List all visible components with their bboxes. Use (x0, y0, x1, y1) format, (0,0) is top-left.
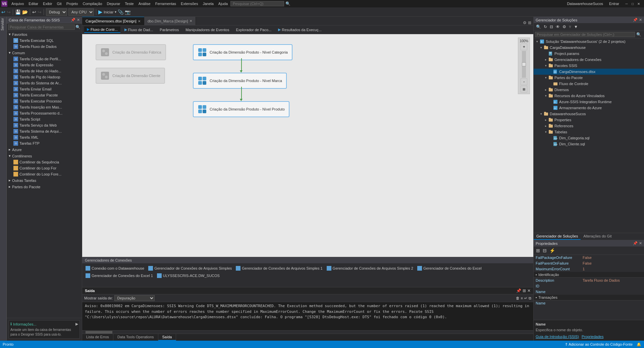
zoom-out-btn[interactable]: - (521, 78, 527, 85)
toolbox-item-enviar-email[interactable]: ⚙ Tarefa Enviar Email (7, 86, 82, 92)
output-toggle-btn[interactable]: ≡ (521, 296, 523, 300)
servidor-tab[interactable]: Servidor (0, 17, 6, 32)
toolbox-section-azure-header[interactable]: ▸ Azure (7, 146, 82, 153)
sol-proj-carga[interactable]: ▾ CargaDatawarehouse (534, 45, 644, 51)
toolbar-save-btn[interactable]: 💾 (15, 9, 21, 15)
toolbox-item-processamento[interactable]: ⚙ Tarefa Processamento d... (7, 110, 82, 116)
toolbar-camera-btn[interactable]: 📷 (125, 9, 130, 15)
sol-item-fluxo-controle[interactable]: ▸ Fluxo de Controle (534, 81, 644, 87)
close-btn[interactable]: ✕ (636, 1, 641, 6)
sol-tb-filter-btn[interactable]: ▼ (573, 24, 579, 30)
output-pin-btn[interactable]: 📌 (516, 288, 521, 293)
sol-bottom-tab-git[interactable]: Alterações do Git (581, 233, 614, 240)
menu-ferramentas[interactable]: Ferramentas (153, 1, 178, 6)
conn-item-datawarehouse[interactable]: Conexão com o Datawarehouse (84, 265, 146, 271)
designer-canvas[interactable]: Criação da Dimensão Fábrica Criação da D… (82, 34, 533, 257)
tab-marca-close[interactable]: ✕ (190, 19, 192, 23)
toolbox-item-hive[interactable]: ⚙ Tarefa de Hive do Hado... (7, 68, 82, 74)
props-group-trans[interactable]: ▪ Transações (534, 295, 644, 300)
toolbox-item-executar-sql[interactable]: ⚙ Tarefa Executar SQL (7, 38, 82, 44)
toolbox-section-favoritos-header[interactable]: ▾ Favoritos (7, 31, 82, 38)
sol-item-azure-ssis[interactable]: ▸ IR Azure-SSIS Integration Runtime (534, 99, 644, 105)
toolbar-open-btn[interactable]: 📂 (22, 9, 28, 15)
tab-settings-btn[interactable]: ⚙ (523, 20, 527, 25)
toolbox-item-sistema-arqui[interactable]: ⚙ Tarefa Sistema de Arqui... (7, 128, 82, 134)
output-copy-btn[interactable]: ⧉ (529, 296, 531, 300)
props-sort-btn[interactable]: ⊟ (542, 247, 548, 254)
conn-item-ulysses[interactable]: ULYSSESCRIS-ACE.DW_SUCOS (156, 273, 221, 279)
toolbar-undo-btn[interactable]: ↩ (32, 9, 36, 15)
menu-git[interactable]: Git (55, 1, 64, 6)
sol-item-dimcli[interactable]: ▸ SQL Dim_Cliente.sql (534, 141, 644, 147)
toolbox-item-pig[interactable]: ⚙ Tarefa de Pig do Hadoop (7, 74, 82, 80)
output-tab-datatools[interactable]: Data Tools Operations (113, 334, 158, 341)
toolbox-item-servico-web[interactable]: ⚙ Tarefa Serviço da Web (7, 122, 82, 128)
sol-tb-git-btn[interactable]: ⑂ (568, 24, 572, 30)
toolbox-item-criacao-perfil[interactable]: ⚙ Tarefa Criação de Perfil... (7, 56, 82, 62)
menu-teste[interactable]: Teste (123, 1, 136, 6)
output-close-btn[interactable]: ✕ (527, 288, 531, 293)
conn-item-arq-simples[interactable]: Gerenciador de Conexões de Arquivos Simp… (147, 265, 233, 271)
props-group-id[interactable]: ▪ Identificação (534, 272, 644, 278)
output-word-wrap-btn[interactable]: ↵ (524, 296, 527, 300)
sol-proj-dws[interactable]: ▾ DatawarehouseSucos (534, 111, 644, 117)
output-scroll-thumb[interactable] (86, 331, 112, 334)
conn-item-arq-simples1[interactable]: Gerenciador de Conexões de Arquivos Simp… (234, 265, 324, 271)
info-expand-btn[interactable]: ▶ (75, 322, 78, 326)
flow-node-cliente[interactable]: Criação da Dimensão Cliente (96, 68, 165, 84)
toolbar-attach-btn[interactable]: 📎 (118, 9, 123, 15)
sol-close-btn[interactable]: ✕ (639, 18, 642, 22)
output-clear-btn[interactable]: 🗑 (516, 296, 520, 300)
menu-ajuda[interactable]: Ajuda (216, 1, 230, 6)
menu-compilacao[interactable]: Compilação (80, 1, 104, 6)
designer-tab-controle[interactable]: ▶ Fluxo de Contr... (84, 26, 120, 33)
toolbox-close-btn[interactable]: ✕ (77, 18, 80, 22)
menu-extensoes[interactable]: Extensões (179, 1, 200, 6)
toolbox-item-fluxo-dados[interactable]: ⚙ Tarefa Fluxo de Dados (7, 44, 82, 50)
designer-tab-eventos[interactable]: Manipuladores de Eventos (183, 27, 232, 32)
toolbox-item-loop-for[interactable]: □ Contêiner do Loop For (7, 165, 82, 171)
sol-item-cargadim[interactable]: ▸ DX CargaDimensoes.dtsx (534, 69, 644, 75)
toolbox-item-sistema-ar[interactable]: ⚙ Tarefa do Sistema de Ar... (7, 80, 82, 86)
sol-search-input[interactable] (535, 32, 635, 37)
flow-node-marca[interactable]: Criação da Dimensão Produto - Nível Marc… (193, 73, 287, 89)
sol-item-dimcat[interactable]: ▸ SQL Dim_Categoria.sql (534, 135, 644, 141)
toolbox-pin-btn[interactable]: 📌 (71, 18, 75, 22)
output-tab-saida[interactable]: Saída (158, 334, 176, 341)
toolbox-section-conteineres-header[interactable]: ▾ Contêineres (7, 153, 82, 159)
menu-editar[interactable]: Editar (26, 1, 40, 6)
props-events-btn[interactable]: ⚡ (548, 247, 556, 254)
toolbox-item-script[interactable]: ⚙ Tarefa Script (7, 116, 82, 122)
output-expand-btn[interactable]: ⊞ (523, 288, 526, 293)
output-source-select[interactable]: Depuração (114, 295, 155, 301)
props-categorize-btn[interactable]: ⊞ (535, 247, 541, 254)
tab-carga-dimensoes[interactable]: CargaDimensoes.dtsx [Design] ✕ (82, 17, 144, 25)
tab-dbo-marca[interactable]: dbo.Dim_Marca [Design] ✕ (144, 17, 196, 25)
sol-tb-refresh-btn[interactable]: ↻ (543, 24, 548, 30)
sol-bottom-tab-gerenciador[interactable]: Gerenciador de Soluções (534, 233, 581, 240)
minimize-btn[interactable]: ─ (624, 1, 629, 6)
flow-node-fabrica[interactable]: Criação da Dimensão Fábrica (96, 44, 166, 60)
tab-panel-btn[interactable]: ⊞ (528, 20, 531, 25)
zoom-thumb[interactable] (522, 62, 526, 66)
menu-exibir[interactable]: Exibir (41, 1, 54, 6)
toolbox-item-executar-processo[interactable]: ⚙ Tarefa Executar Processo (7, 98, 82, 104)
sol-item-properties[interactable]: ▸ Properties (534, 117, 644, 123)
toolbox-item-xml[interactable]: ⚙ Tarefa XML (7, 134, 82, 140)
conn-item-excel[interactable]: Gerenciador de Conexões do Excel (416, 265, 483, 271)
user-signin[interactable]: Entrar (606, 2, 622, 6)
toolbox-section-comum-header[interactable]: ▾ Comum (7, 50, 82, 56)
sol-item-partes[interactable]: ▾ Partes do Pacote (534, 75, 644, 81)
conn-item-arq-simples2[interactable]: Gerenciador de Conexões de Arquivos Simp… (325, 265, 415, 271)
toolbox-item-insercao-mas[interactable]: ⚙ Tarefa Inserção em Mas... (7, 104, 82, 110)
sol-item-references[interactable]: ▸ References (534, 123, 644, 129)
props-close-btn[interactable]: ✕ (639, 241, 642, 246)
designer-tab-parametros[interactable]: Parâmetros (157, 27, 181, 32)
sol-pin-btn[interactable]: 📌 (633, 18, 638, 22)
toolbox-item-executar-pacote[interactable]: ⚙ Tarefa Executar Pacote (7, 92, 82, 98)
conn-item-excel1[interactable]: Gerenciador de Conexões do Excel 1 (84, 273, 154, 279)
designer-tab-explorador[interactable]: Explorador de Paco... (233, 27, 274, 32)
sol-tb-collapse-btn[interactable]: ⊟ (549, 24, 554, 30)
sol-root[interactable]: ▾ S Solução 'DatawarehouseSucos' (2 de 2… (534, 39, 644, 45)
toolbar-back-btn[interactable]: ↩ (1, 9, 5, 15)
